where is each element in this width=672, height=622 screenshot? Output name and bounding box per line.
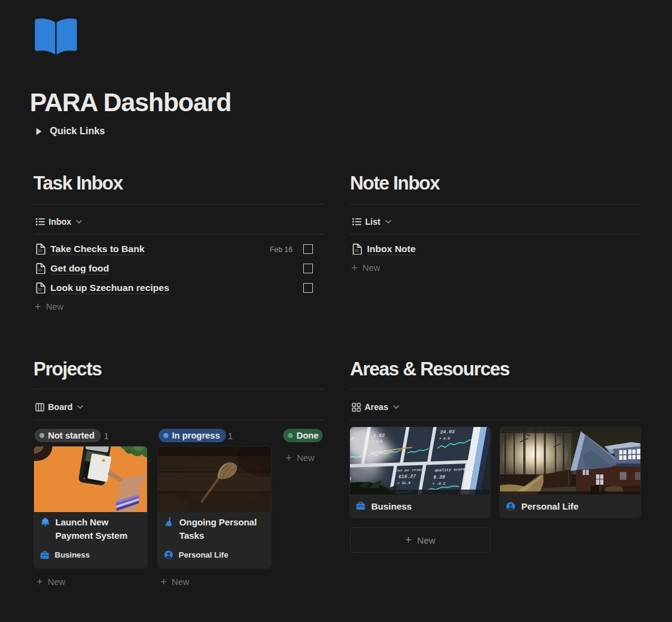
svg-text:9.38: 9.38 [433, 474, 445, 480]
svg-text:24.03: 24.03 [440, 429, 456, 435]
svg-text:+ 31.9: + 31.9 [397, 481, 411, 486]
svg-text:615.27: 615.27 [398, 473, 416, 479]
svg-text:+ 0.8: + 0.8 [439, 436, 451, 441]
svg-text:+ -0.2: + -0.2 [432, 482, 446, 487]
